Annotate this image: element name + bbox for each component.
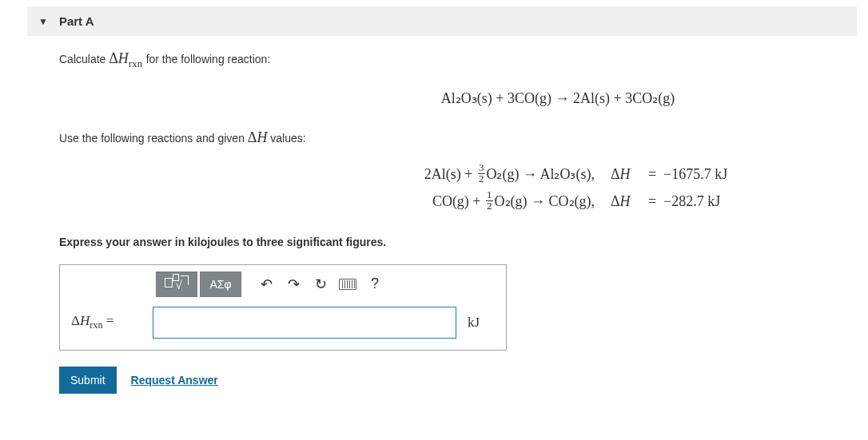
given-intro: Use the following reactions and given ΔH… bbox=[59, 129, 857, 146]
collapse-caret-icon[interactable]: ▼ bbox=[38, 16, 48, 27]
answer-input[interactable] bbox=[153, 307, 456, 339]
formatting-toolbar: √ ΑΣφ ↶ ↷ ↻ ? bbox=[156, 272, 495, 297]
submit-button[interactable]: Submit bbox=[59, 367, 117, 394]
answer-label: ΔHrxn = bbox=[71, 313, 153, 331]
prompt-after: for the following reaction: bbox=[146, 53, 271, 65]
part-header[interactable]: ▼ Part A bbox=[27, 6, 857, 36]
answer-row: ΔHrxn = kJ bbox=[71, 307, 495, 339]
given-reaction-row: 2Al(s) + 32O₂(g) → Al₂O₃(s), ΔH = −1675.… bbox=[307, 161, 857, 188]
given-reaction-row: CO(g) + 12O₂(g) → CO₂(g), ΔH = −282.7 kJ bbox=[307, 188, 857, 215]
prompt-before: Calculate bbox=[59, 53, 109, 65]
templates-button[interactable]: √ bbox=[156, 272, 197, 297]
symbols-button[interactable]: ΑΣφ bbox=[200, 272, 241, 297]
target-reaction-equation: Al₂O₃(s) + 3CO(g) → 2Al(s) + 3CO₂(g) bbox=[259, 89, 857, 107]
reset-button[interactable]: ↻ bbox=[307, 272, 334, 297]
delta-h-symbol: ΔHrxn bbox=[109, 50, 145, 66]
answer-unit: kJ bbox=[456, 315, 480, 331]
answer-instruction: Express your answer in kilojoules to thr… bbox=[59, 236, 857, 248]
delta-h-symbol: ΔH bbox=[248, 129, 268, 145]
question-prompt: Calculate ΔHrxn for the following reacti… bbox=[59, 50, 857, 70]
request-answer-link[interactable]: Request Answer bbox=[131, 374, 218, 386]
keyboard-button[interactable] bbox=[334, 272, 361, 297]
redo-button[interactable]: ↷ bbox=[280, 272, 307, 297]
undo-button[interactable]: ↶ bbox=[253, 272, 280, 297]
answer-panel: √ ΑΣφ ↶ ↷ ↻ ? ΔHrxn = kJ bbox=[59, 264, 507, 351]
help-button[interactable]: ? bbox=[361, 272, 388, 297]
given-reactions: 2Al(s) + 32O₂(g) → Al₂O₃(s), ΔH = −1675.… bbox=[307, 161, 857, 215]
part-title: Part A bbox=[59, 14, 94, 28]
content: Calculate ΔHrxn for the following reacti… bbox=[24, 36, 857, 394]
page: ▼ Part A Calculate ΔHrxn for the followi… bbox=[0, 0, 868, 410]
keyboard-icon bbox=[339, 279, 356, 290]
action-row: Submit Request Answer bbox=[59, 367, 857, 394]
